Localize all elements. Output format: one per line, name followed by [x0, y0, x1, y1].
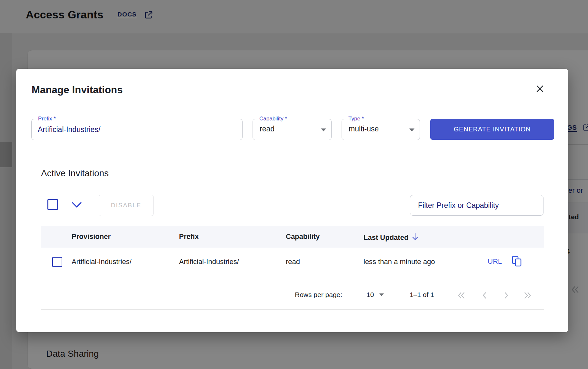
dropdown-arrow-icon: [321, 128, 326, 131]
row-checkbox[interactable]: [52, 257, 62, 267]
chevron-down-icon[interactable]: [71, 201, 83, 210]
last-page-button[interactable]: [521, 289, 534, 302]
cell-provisioner: Artificial-Industries/: [72, 258, 132, 266]
next-page-button[interactable]: [500, 289, 513, 302]
column-header-prefix[interactable]: Prefix: [179, 232, 199, 241]
pagination-range: 1–1 of 1: [410, 291, 434, 299]
filter-input[interactable]: [418, 195, 538, 215]
modal-title: Manage Invitations: [32, 84, 123, 96]
manage-invitations-modal: Manage Invitations Prefix * Capability *…: [16, 69, 568, 332]
cell-capability: read: [286, 258, 300, 266]
pagination-bar: Rows per page: 10 1–1 of 1: [16, 288, 568, 304]
disable-button[interactable]: DISABLE: [99, 195, 154, 216]
prefix-input[interactable]: [38, 119, 239, 140]
close-icon: [535, 84, 545, 95]
filter-field: [410, 195, 543, 216]
type-select[interactable]: Type * multi-use: [342, 119, 420, 140]
column-header-capability[interactable]: Capability: [286, 232, 320, 241]
column-header-provisioner[interactable]: Provisioner: [72, 232, 111, 241]
active-invitations-heading: Active Invitations: [41, 168, 109, 179]
sort-descending-icon: [412, 232, 419, 243]
row-divider: [41, 277, 544, 277]
cell-last-updated: less than a minute ago: [364, 258, 435, 266]
rows-per-page-select[interactable]: 10: [366, 291, 374, 299]
dropdown-arrow-icon[interactable]: [379, 293, 384, 296]
capability-value: read: [260, 125, 274, 133]
capability-select[interactable]: Capability * read: [253, 119, 332, 140]
type-label: Type *: [346, 116, 366, 122]
column-header-last-updated[interactable]: Last Updated: [364, 232, 419, 243]
cell-prefix: Artificial-Industries/: [179, 258, 239, 266]
close-button[interactable]: [532, 82, 548, 97]
previous-page-button[interactable]: [478, 289, 491, 302]
rows-per-page-label: Rows per page:: [295, 291, 342, 299]
generate-invitation-button[interactable]: GENERATE INVITATION: [430, 119, 554, 140]
select-all-checkbox[interactable]: [47, 199, 58, 210]
capability-label: Capability *: [257, 116, 289, 122]
table-header-row: Provisioner Prefix Capability Last Updat…: [41, 226, 544, 248]
first-page-button[interactable]: [455, 289, 468, 302]
prefix-field: Prefix *: [31, 119, 243, 140]
table-row: Artificial-Industries/ Artificial-Indust…: [41, 248, 544, 277]
copy-icon[interactable]: [511, 255, 523, 268]
bottom-divider: [41, 309, 544, 310]
dropdown-arrow-icon: [409, 128, 414, 131]
url-link[interactable]: URL: [488, 257, 502, 266]
type-value: multi-use: [349, 125, 379, 133]
